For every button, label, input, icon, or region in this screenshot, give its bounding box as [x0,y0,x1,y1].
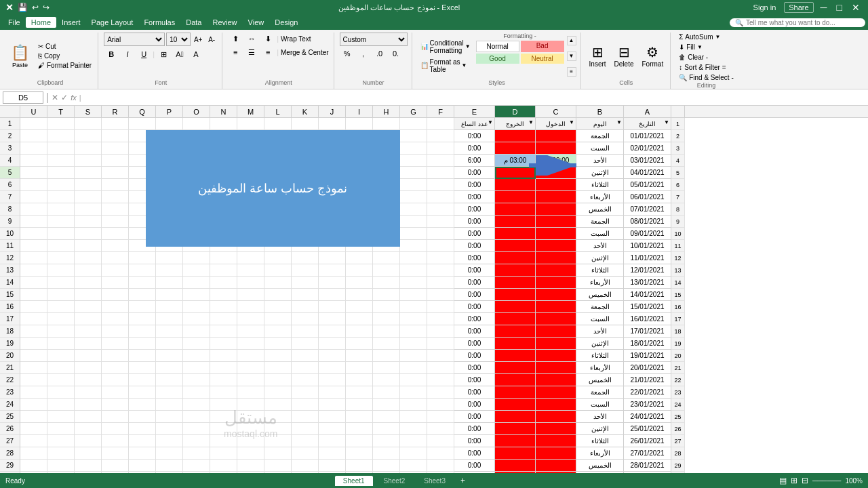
format-painter-btn[interactable]: 🖌 Format Painter [36,61,94,70]
empty-cell[interactable] [427,460,454,472]
empty-cell[interactable] [237,386,264,399]
empty-cell[interactable] [264,435,292,447]
empty-cell[interactable] [20,264,47,277]
menu-file[interactable]: File [3,17,26,28]
page-layout-btn[interactable]: ⊞ [791,476,797,485]
empty-cell[interactable] [292,252,319,264]
date-cell[interactable]: 13/01/2021 [624,277,671,289]
empty-cell[interactable] [102,264,129,277]
empty-cell[interactable] [210,264,237,277]
empty-cell[interactable] [210,362,237,374]
empty-cell[interactable] [264,460,292,472]
hours-cell[interactable]: 0:00 [454,252,495,264]
date-cell[interactable]: 02/01/2021 [624,142,671,155]
maximize-btn[interactable]: □ [834,2,845,13]
empty-cell[interactable] [427,179,454,191]
empty-cell[interactable] [75,203,102,216]
empty-cell[interactable] [47,289,75,301]
empty-cell[interactable] [400,325,427,338]
exit-time-cell[interactable] [495,411,536,423]
empty-cell[interactable] [210,435,237,447]
empty-cell[interactable] [183,338,210,350]
empty-cell[interactable] [319,435,346,447]
empty-cell[interactable] [427,325,454,338]
sign-in-btn[interactable]: Sign in [749,3,781,12]
exit-time-cell[interactable] [495,216,536,228]
close-btn[interactable]: ✕ [849,2,863,13]
empty-cell[interactable] [75,386,102,399]
empty-cell[interactable] [210,374,237,386]
date-cell[interactable]: 26/01/2021 [624,435,671,447]
exit-time-cell[interactable] [495,203,536,216]
empty-cell[interactable] [373,399,400,411]
empty-cell[interactable] [373,435,400,447]
empty-cell[interactable] [237,325,264,338]
autosum-btn[interactable]: Σ AutoSum ▼ [676,33,736,41]
day-cell[interactable]: الإثنين [576,167,624,179]
date-cell[interactable]: 24/01/2021 [624,411,671,423]
hours-cell[interactable]: 0:00 [454,447,495,460]
day-cell[interactable]: الأحد [576,155,624,167]
empty-cell[interactable] [75,411,102,423]
empty-cell[interactable] [47,325,75,338]
empty-cell[interactable] [427,155,454,167]
exit-time-cell[interactable] [495,362,536,374]
hours-cell[interactable]: 0:00 [454,313,495,325]
day-cell[interactable]: الخميس [576,289,624,301]
empty-cell[interactable] [237,252,264,264]
empty-cell[interactable] [373,277,400,289]
date-cell[interactable]: 11/01/2021 [624,252,671,264]
empty-cell[interactable] [237,435,264,447]
exit-time-cell[interactable] [495,301,536,313]
empty-cell[interactable] [427,338,454,350]
exit-time-cell[interactable] [495,386,536,399]
header-C1[interactable]: الدخول ▼ [536,118,576,130]
empty-cell[interactable] [156,460,183,472]
empty-cell[interactable] [129,277,156,289]
empty-cell[interactable] [264,386,292,399]
comma-btn[interactable]: , [356,47,371,60]
exit-time-cell[interactable] [495,130,536,142]
date-cell[interactable]: 14/01/2021 [624,289,671,301]
empty-cell[interactable] [373,325,400,338]
empty-cell[interactable] [183,350,210,362]
date-cell[interactable]: 25/01/2021 [624,423,671,435]
hours-cell[interactable]: 0:00 [454,130,495,142]
empty-cell[interactable] [47,191,75,203]
col-S[interactable]: S [75,106,102,117]
date-cell[interactable]: 19/01/2021 [624,350,671,362]
header-B1[interactable]: اليوم ▼ [576,118,624,130]
empty-cell[interactable] [183,460,210,472]
hours-cell[interactable]: 0:00 [454,179,495,191]
empty-cell[interactable] [47,411,75,423]
empty-cell[interactable] [346,301,373,313]
hours-cell[interactable]: 0:00 [454,203,495,216]
hours-cell[interactable]: 0:00 [454,423,495,435]
col-D[interactable]: D [495,106,536,117]
empty-cell[interactable] [346,350,373,362]
neutral-style[interactable]: Neutral [521,54,564,64]
empty-cell[interactable] [400,142,427,155]
empty-cell[interactable] [319,374,346,386]
border-btn[interactable]: ⊞ [156,47,171,61]
empty-cell[interactable] [319,362,346,374]
row-num-13[interactable]: 13 [0,264,20,277]
empty-cell[interactable] [20,338,47,350]
empty-cell[interactable] [102,216,129,228]
empty-cell[interactable] [102,142,129,155]
cell-K1[interactable] [292,118,319,130]
empty-cell[interactable] [129,447,156,460]
percent-btn[interactable]: % [340,47,355,60]
bad-style[interactable]: Bad [521,41,564,52]
empty-cell[interactable] [20,313,47,325]
row-num-5[interactable]: 5 [0,167,20,179]
hours-cell[interactable]: 0:00 [454,435,495,447]
empty-cell[interactable] [400,130,427,142]
empty-cell[interactable] [102,435,129,447]
empty-cell[interactable] [102,325,129,338]
empty-cell[interactable] [75,301,102,313]
empty-cell[interactable] [20,423,47,435]
increase-decimal-btn[interactable]: .0 [372,47,387,60]
exit-time-cell[interactable] [495,435,536,447]
empty-cell[interactable] [75,191,102,203]
